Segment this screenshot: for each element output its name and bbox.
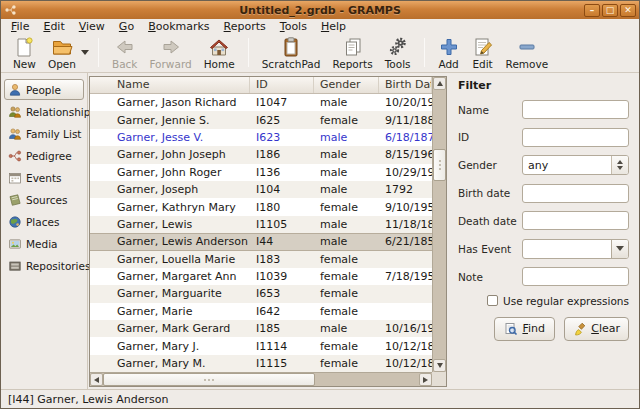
menu-tools[interactable]: Tools — [273, 19, 314, 34]
cell-id: I1115 — [250, 357, 314, 370]
cell-name: Garner, Lewis — [90, 218, 250, 231]
sidebar-item-label: Events — [26, 172, 62, 184]
cell-id: I1039 — [250, 270, 314, 283]
cell-birth_date: 10/12/1851 — [379, 340, 432, 353]
cell-gender: male — [314, 96, 379, 109]
sidebar-item-events[interactable]: Events — [4, 167, 84, 188]
cell-name: Garner, Jason Richard — [90, 96, 250, 109]
scroll-left-button[interactable] — [90, 373, 103, 386]
filter-label-name: Name — [458, 104, 522, 116]
column-header-gender[interactable]: Gender — [314, 77, 379, 93]
scratchpad-clipboard-icon — [280, 36, 302, 58]
table-row[interactable]: Garner, Jesse V.I623male6/18/1876 — [90, 129, 432, 146]
menu-go[interactable]: Go — [112, 19, 141, 34]
reports-button[interactable]: Reports — [326, 35, 378, 70]
scroll-up-button[interactable] — [433, 77, 446, 90]
find-icon — [504, 322, 518, 336]
home-button[interactable]: Home — [198, 35, 241, 70]
sidebar-item-people[interactable]: People — [4, 79, 84, 100]
menu-view[interactable]: View — [72, 19, 112, 34]
table-row[interactable]: Garner, Mary M.I1115female10/12/1851 — [90, 355, 432, 372]
cell-birth_date: 7/18/1951 — [379, 270, 432, 283]
menu-help[interactable]: Help — [314, 19, 353, 34]
right-arrow-icon — [423, 377, 428, 383]
menu-edit[interactable]: Edit — [36, 19, 71, 34]
cell-birth_date: 10/16/1962 — [379, 322, 432, 335]
sidebar-item-pedigree[interactable]: Pedigree — [4, 145, 84, 166]
horizontal-scrollbar[interactable] — [90, 372, 432, 386]
table-row[interactable]: Garner, John JosephI186male8/15/1961 — [90, 146, 432, 163]
find-button[interactable]: Find — [494, 317, 555, 341]
open-folder-icon — [51, 36, 73, 58]
vertical-scroll-thumb[interactable] — [433, 149, 446, 181]
sidebar-item-sources[interactable]: Sources — [4, 189, 84, 210]
horizontal-scroll-thumb[interactable] — [103, 373, 315, 386]
new-button[interactable]: New — [7, 35, 42, 70]
note-input[interactable] — [522, 267, 629, 286]
edit-button[interactable]: Edit — [466, 35, 500, 70]
menu-reports[interactable]: Reports — [217, 19, 273, 34]
use-regex-checkbox[interactable] — [487, 295, 498, 306]
two-people-icon — [8, 105, 22, 119]
maximize-button[interactable]: □ — [602, 4, 618, 17]
death-date-input[interactable] — [522, 211, 629, 230]
scroll-right-button[interactable] — [419, 373, 432, 386]
cell-gender: female — [314, 305, 379, 318]
table-row[interactable]: Garner, JosephI104male1792 — [90, 181, 432, 198]
sidebar-item-media[interactable]: Media — [4, 233, 84, 254]
table-row[interactable]: Garner, Mark GerardI185male10/16/1962 — [90, 320, 432, 337]
menu-file[interactable]: File — [4, 19, 36, 34]
forward-button[interactable]: Forward — [143, 35, 197, 70]
minimize-button[interactable]: – — [584, 4, 600, 17]
table-row[interactable]: Garner, LewisI1105male11/18/1823 — [90, 216, 432, 233]
dropdown-arrow-icon[interactable] — [611, 240, 628, 258]
menu-bookmarks[interactable]: Bookmarks — [141, 19, 216, 34]
table-row[interactable]: Garner, Louella MarieI183female — [90, 251, 432, 268]
table-row[interactable]: Garner, Lewis AndersonI44male6/21/1855 — [90, 233, 432, 250]
table-row[interactable]: Garner, MarguariteI653female — [90, 285, 432, 302]
add-button[interactable]: Add — [432, 35, 466, 70]
scroll-down-button[interactable] — [433, 359, 446, 372]
cell-id: I625 — [250, 114, 314, 127]
table-row[interactable]: Garner, John RogerI136male10/29/1925 — [90, 164, 432, 181]
table-row[interactable]: Garner, Jason RichardI1047male10/20/1975 — [90, 94, 432, 111]
cell-name: Garner, Joseph — [90, 183, 250, 196]
close-button[interactable]: ✕ — [620, 4, 636, 17]
back-button[interactable]: Back — [106, 35, 144, 70]
book-icon — [8, 193, 22, 207]
table-row[interactable]: Garner, Kathryn MaryI180female9/10/1952 — [90, 198, 432, 215]
sidebar-item-places[interactable]: Places — [4, 211, 84, 232]
sidebar-item-repositories[interactable]: Repositories — [4, 255, 84, 276]
cell-birth_date: 9/11/1880 — [379, 114, 432, 127]
gramps-window: Untitled_2.grdb - GRAMPS – □ ✕ FileEditV… — [0, 0, 640, 409]
sidebar-item-relationships[interactable]: Relationships — [4, 101, 84, 122]
column-header-id[interactable]: ID — [250, 77, 314, 93]
table-row[interactable]: Garner, Margaret AnnI1039female7/18/1951 — [90, 268, 432, 285]
table-row[interactable]: Garner, MarieI642female — [90, 303, 432, 320]
toolbar-button-label: Edit — [472, 58, 492, 70]
open-button[interactable]: Open — [42, 35, 82, 70]
tools-button[interactable]: Tools — [379, 35, 417, 70]
cell-id: I653 — [250, 287, 314, 300]
vertical-scrollbar[interactable] — [432, 77, 446, 372]
cell-gender: male — [314, 218, 379, 231]
column-header-name[interactable]: Name — [90, 77, 250, 93]
spinner-arrows-icon[interactable] — [611, 156, 628, 174]
toolbar-button-label: Tools — [385, 58, 411, 70]
name-input[interactable] — [522, 100, 629, 119]
id-input[interactable] — [522, 128, 629, 147]
filter-label-has-event: Has Event — [458, 243, 522, 255]
table-row[interactable]: Garner, Mary J.I1114female10/12/1851 — [90, 337, 432, 354]
sidebar-item-label: Family List — [26, 128, 81, 140]
column-header-birth-date[interactable]: Birth Date — [379, 77, 432, 93]
clear-button[interactable]: Clear — [564, 317, 629, 341]
clear-button-label: Clear — [591, 322, 620, 335]
table-row[interactable]: Garner, Jennie S.I625female9/11/1880 — [90, 111, 432, 128]
gender-combobox[interactable]: any — [522, 155, 629, 175]
open-dropdown-button[interactable] — [80, 38, 91, 68]
sidebar-item-family-list[interactable]: Family List — [4, 123, 84, 144]
scratchpad-button[interactable]: ScratchPad — [256, 35, 327, 70]
remove-button[interactable]: Remove — [500, 35, 555, 70]
birth-date-input[interactable] — [522, 184, 629, 203]
has-event-combobox[interactable] — [522, 239, 629, 259]
